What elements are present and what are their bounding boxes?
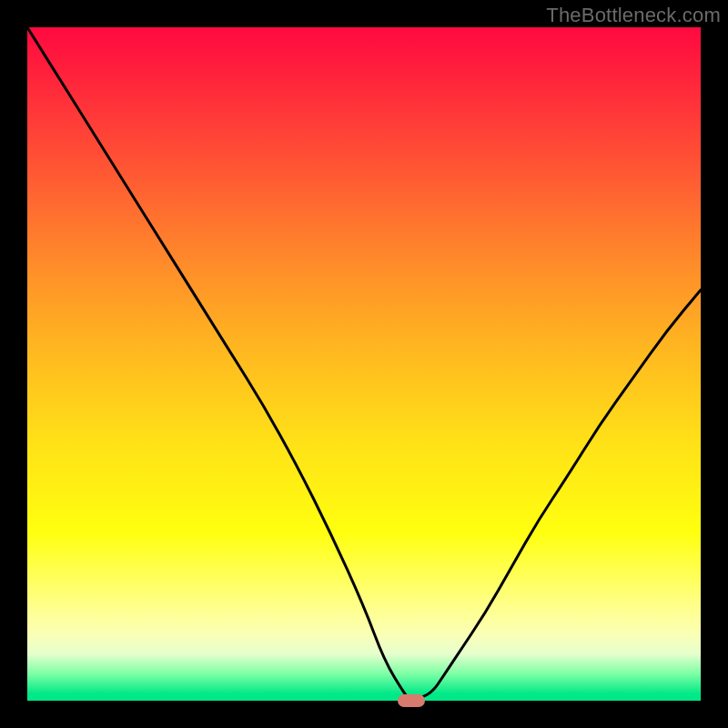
watermark-text: TheBottleneck.com xyxy=(546,4,721,27)
optimal-point-marker xyxy=(398,694,425,707)
chart-container: TheBottleneck.com xyxy=(0,0,728,728)
chart-line-layer xyxy=(27,27,701,701)
bottleneck-curve xyxy=(27,27,701,699)
